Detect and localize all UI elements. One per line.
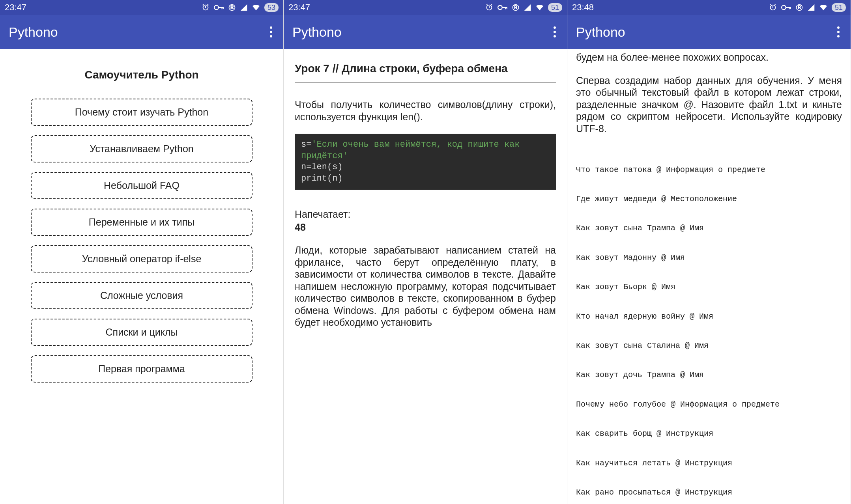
code-line: print(n): [301, 173, 550, 185]
cell-signal-icon: [524, 4, 531, 11]
dataset-line: Как зовут дочь Трампа @ Имя: [576, 370, 842, 380]
code-line: s='Если очень вам неймётся, код пишите к…: [301, 139, 550, 162]
app-bar: Pythono: [284, 15, 567, 49]
dataset-line: Кто начал ядерную войну @ Имя: [576, 312, 842, 322]
toc-item[interactable]: Условный оператор if-else: [31, 245, 252, 273]
cell-signal-icon: [240, 4, 248, 11]
overflow-menu-icon[interactable]: [834, 23, 840, 41]
app-title: Pythono: [576, 24, 834, 40]
status-icons: R 53: [26, 3, 279, 12]
wifi-icon: [252, 4, 260, 11]
dataset-line: Что такое патока @ Информация о предмете: [576, 165, 842, 175]
dataset-line: Как зовут сына Сталина @ Имя: [576, 341, 842, 351]
dataset-line: Как рано просыпаться @ Инструкция: [576, 488, 842, 498]
battery-level: 51: [832, 3, 846, 12]
dataset-line: Где живут медведи @ Местоположение: [576, 194, 842, 204]
battery-level: 53: [264, 3, 279, 12]
svg-rect-13: [786, 7, 791, 8]
svg-rect-15: [790, 7, 791, 9]
app-title: Pythono: [292, 24, 550, 40]
svg-text:R: R: [798, 5, 801, 9]
article-paragraph: Сперва создадим набор данных для обучени…: [576, 75, 842, 135]
registered-icon: R: [512, 4, 520, 11]
lesson-body: Люди, которые зарабатывают написанием ст…: [295, 244, 556, 329]
registered-icon: R: [228, 4, 236, 11]
svg-rect-1: [218, 7, 223, 8]
svg-point-0: [214, 6, 219, 10]
alarm-icon: [769, 3, 777, 12]
status-bar: 23:47 R 53: [0, 0, 283, 15]
svg-rect-9: [507, 7, 507, 9]
phone-screen-lesson: 23:47 R 51 Pythono Урок 7 // Длина строк…: [284, 0, 567, 504]
dataset-line: Как сварить борщ @ Инструкция: [576, 429, 842, 439]
status-time: 23:48: [572, 2, 594, 13]
article-content[interactable]: будем на более-менее похожих вопросах. С…: [567, 49, 851, 504]
status-icons: R 51: [310, 3, 562, 12]
battery-level: 51: [548, 3, 562, 12]
vpn-key-icon: [498, 3, 508, 12]
svg-rect-7: [502, 7, 507, 8]
status-bar: 23:47 R 51: [284, 0, 567, 15]
lesson-heading: Урок 7 // Длина строки, буфера обмена: [295, 62, 556, 75]
svg-rect-2: [221, 7, 222, 9]
app-title: Pythono: [9, 24, 267, 40]
svg-point-6: [498, 6, 502, 10]
cell-signal-icon: [807, 4, 815, 11]
app-bar: Pythono: [567, 15, 851, 49]
phone-screen-article: 23:48 R 51 Pythono будем на более-менее …: [567, 0, 851, 504]
dataset-line: Почему небо голубое @ Информация о предм…: [576, 400, 842, 410]
wifi-icon: [819, 4, 828, 11]
divider: [295, 82, 556, 83]
article-paragraph: будем на более-менее похожих вопросах.: [576, 51, 842, 63]
dataset-line: Как зовут Бьорк @ Имя: [576, 282, 842, 292]
app-bar: Pythono: [0, 15, 283, 49]
toc-item[interactable]: Сложные условия: [31, 282, 252, 309]
toc-item[interactable]: Устанавливаем Python: [31, 135, 252, 162]
code-block: s='Если очень вам неймётся, код пишите к…: [295, 134, 556, 190]
vpn-key-icon: [214, 3, 224, 12]
status-icons: R 51: [594, 3, 846, 12]
dataset-line: Как зовут Мадонну @ Имя: [576, 253, 842, 263]
svg-rect-8: [505, 7, 506, 9]
svg-rect-3: [223, 7, 224, 9]
svg-text:R: R: [230, 5, 233, 9]
svg-point-12: [782, 6, 786, 10]
overflow-menu-icon[interactable]: [267, 23, 273, 41]
table-of-contents: Самоучитель Python Почему стоит изучать …: [0, 49, 283, 504]
code-line: n=len(s): [301, 162, 550, 173]
lesson-content[interactable]: Урок 7 // Длина строки, буфера обмена Чт…: [284, 49, 567, 504]
toc-item[interactable]: Первая программа: [31, 355, 252, 383]
alarm-icon: [201, 3, 210, 12]
toc-title: Самоучитель Python: [31, 69, 252, 81]
output-value: 48: [295, 222, 556, 233]
alarm-icon: [485, 3, 494, 12]
overflow-menu-icon[interactable]: [550, 23, 557, 41]
registered-icon: R: [795, 4, 803, 11]
vpn-key-icon: [781, 3, 791, 12]
output-label: Напечатает:: [295, 209, 556, 220]
svg-text:R: R: [514, 5, 517, 9]
status-bar: 23:48 R 51: [567, 0, 851, 15]
dataset-line: Как зовут сына Трампа @ Имя: [576, 224, 842, 233]
dataset-list: Что такое патока @ Информация о предмете…: [576, 146, 842, 504]
phone-screen-toc: 23:47 R 53 Pythono Самоучитель Python По…: [0, 0, 284, 504]
toc-item[interactable]: Почему стоит изучать Python: [31, 99, 252, 126]
wifi-icon: [535, 4, 544, 11]
dataset-line: Как научиться летать @ Инструкция: [576, 459, 842, 469]
svg-rect-14: [789, 7, 789, 9]
toc-item[interactable]: Небольшой FAQ: [31, 172, 252, 199]
toc-item[interactable]: Списки и циклы: [31, 319, 252, 346]
lesson-intro: Чтобы получить количество символов(длину…: [295, 99, 556, 123]
toc-item[interactable]: Переменные и их типы: [31, 209, 252, 236]
status-time: 23:47: [288, 2, 310, 13]
status-time: 23:47: [5, 2, 26, 13]
